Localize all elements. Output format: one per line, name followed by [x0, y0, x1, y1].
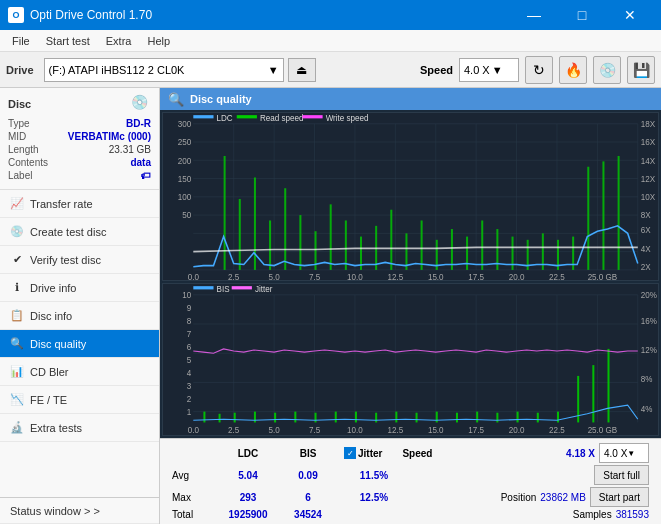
- svg-text:2.5: 2.5: [228, 425, 240, 435]
- svg-text:Jitter: Jitter: [255, 284, 273, 294]
- disc-info-label: Disc info: [30, 310, 72, 322]
- svg-rect-134: [416, 412, 418, 422]
- quality-header-icon: 🔍: [168, 92, 184, 107]
- svg-text:3: 3: [187, 380, 192, 390]
- stats-ldc-header: LDC: [214, 448, 282, 459]
- sidebar-item-disc-info[interactable]: 📋 Disc info: [0, 302, 159, 330]
- menu-file[interactable]: File: [4, 33, 38, 49]
- disc-label-row: Label 🏷: [8, 170, 151, 181]
- status-window-button[interactable]: Status window > >: [0, 498, 159, 524]
- svg-rect-47: [224, 156, 226, 270]
- speed-stats-dropdown[interactable]: 4.0 X▼: [599, 443, 649, 463]
- disc-contents-row: Contents data: [8, 157, 151, 168]
- titlebar: O Opti Drive Control 1.70 — □ ✕: [0, 0, 661, 30]
- svg-rect-58: [390, 210, 392, 270]
- total-ldc: 1925900: [214, 509, 282, 520]
- menu-help[interactable]: Help: [139, 33, 178, 49]
- svg-rect-55: [345, 220, 347, 269]
- speed-dropdown[interactable]: 4.0 X ▼: [459, 58, 519, 82]
- svg-text:200: 200: [178, 155, 192, 165]
- svg-text:50: 50: [182, 210, 191, 220]
- disc-header: Disc 💿: [8, 94, 151, 114]
- svg-rect-73: [618, 156, 620, 270]
- menubar: File Start test Extra Help: [0, 30, 661, 52]
- mid-value: VERBATIMc (000): [68, 131, 151, 142]
- drive-dropdown[interactable]: (F:) ATAPI iHBS112 2 CL0K ▼: [44, 58, 284, 82]
- status-area: Status window > >: [0, 497, 159, 524]
- titlebar-left: O Opti Drive Control 1.70: [8, 7, 152, 23]
- svg-rect-52: [299, 215, 301, 270]
- transfer-rate-label: Transfer rate: [30, 198, 93, 210]
- bis-chart: 10 9 8 7 6 5 4 3 2 1 20% 16%: [162, 283, 659, 436]
- svg-text:10.0: 10.0: [347, 271, 363, 279]
- disc-title: Disc: [8, 98, 31, 110]
- svg-text:6X: 6X: [641, 225, 651, 235]
- jitter-label: Jitter: [358, 448, 382, 459]
- svg-text:4%: 4%: [641, 403, 653, 413]
- svg-text:25.0 GB: 25.0 GB: [588, 271, 618, 279]
- svg-rect-136: [456, 412, 458, 422]
- svg-rect-130: [335, 411, 337, 422]
- titlebar-controls: — □ ✕: [511, 0, 653, 30]
- eject-button[interactable]: ⏏: [288, 58, 316, 82]
- fe-te-label: FE / TE: [30, 394, 67, 406]
- svg-text:5.0: 5.0: [269, 425, 281, 435]
- bis-chart-svg: 10 9 8 7 6 5 4 3 2 1 20% 16%: [163, 284, 658, 435]
- burn-button[interactable]: 🔥: [559, 56, 587, 84]
- svg-rect-140: [537, 412, 539, 422]
- sidebar-item-extra-tests[interactable]: 🔬 Extra tests: [0, 414, 159, 442]
- jitter-checkbox[interactable]: ✓: [344, 447, 356, 459]
- svg-rect-135: [436, 411, 438, 422]
- sidebar-item-create-test-disc[interactable]: 💿 Create test disc: [0, 218, 159, 246]
- svg-rect-127: [274, 412, 276, 422]
- svg-rect-125: [234, 412, 236, 422]
- close-button[interactable]: ✕: [607, 0, 653, 30]
- svg-text:17.5: 17.5: [468, 425, 484, 435]
- svg-text:7: 7: [187, 328, 192, 338]
- svg-text:15.0: 15.0: [428, 271, 444, 279]
- disc-type-row: Type BD-R: [8, 118, 151, 129]
- disc-length-row: Length 23.31 GB: [8, 144, 151, 155]
- max-row: Max 293 6 12.5% Position 23862 MB Start …: [168, 487, 653, 507]
- svg-text:12%: 12%: [641, 345, 658, 355]
- svg-rect-76: [237, 115, 257, 118]
- sidebar-item-cd-bler[interactable]: 📊 CD Bler: [0, 358, 159, 386]
- sidebar-item-fe-te[interactable]: 📉 FE / TE: [0, 386, 159, 414]
- samples-label: Samples: [573, 509, 612, 520]
- type-label: Type: [8, 118, 30, 129]
- max-label: Max: [172, 492, 214, 503]
- sidebar-item-disc-quality[interactable]: 🔍 Disc quality: [0, 330, 159, 358]
- menu-start-test[interactable]: Start test: [38, 33, 98, 49]
- toolbar: Drive (F:) ATAPI iHBS112 2 CL0K ▼ ⏏ Spee…: [0, 52, 661, 88]
- cd-bler-label: CD Bler: [30, 366, 69, 378]
- avg-speed-value: 4.18 X: [566, 448, 595, 459]
- svg-rect-48: [239, 199, 241, 270]
- save-button[interactable]: 💾: [627, 56, 655, 84]
- svg-text:4: 4: [187, 367, 192, 377]
- svg-text:10.0: 10.0: [347, 425, 363, 435]
- sidebar-item-drive-info[interactable]: ℹ Drive info: [0, 274, 159, 302]
- refresh-button[interactable]: ↻: [525, 56, 553, 84]
- svg-rect-72: [602, 161, 604, 270]
- svg-rect-126: [254, 411, 256, 422]
- start-full-button[interactable]: Start full: [594, 465, 649, 485]
- status-window-label: Status window > >: [10, 505, 100, 517]
- start-part-button[interactable]: Start part: [590, 487, 649, 507]
- max-jitter: 12.5%: [344, 492, 404, 503]
- menu-extra[interactable]: Extra: [98, 33, 140, 49]
- svg-rect-131: [355, 411, 357, 422]
- maximize-button[interactable]: □: [559, 0, 605, 30]
- svg-text:5: 5: [187, 354, 192, 364]
- svg-text:9: 9: [187, 302, 192, 312]
- svg-rect-128: [294, 411, 296, 422]
- svg-rect-145: [193, 286, 213, 289]
- minimize-button[interactable]: —: [511, 0, 557, 30]
- svg-rect-143: [592, 365, 594, 422]
- sidebar-item-verify-test-disc[interactable]: ✔ Verify test disc: [0, 246, 159, 274]
- sidebar-item-transfer-rate[interactable]: 📈 Transfer rate: [0, 190, 159, 218]
- create-test-disc-label: Create test disc: [30, 226, 106, 238]
- svg-text:5.0: 5.0: [269, 271, 281, 279]
- svg-text:0.0: 0.0: [188, 271, 200, 279]
- disc-button[interactable]: 💿: [593, 56, 621, 84]
- svg-text:12.5: 12.5: [387, 425, 403, 435]
